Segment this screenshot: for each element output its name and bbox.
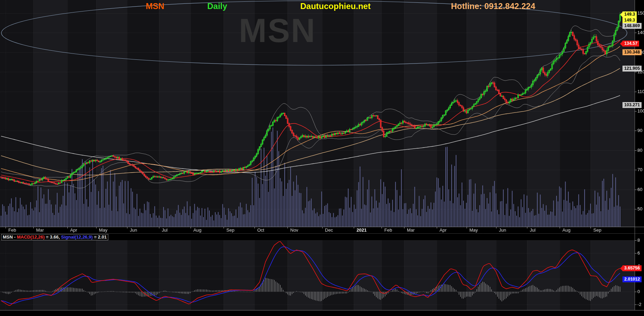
current-value-tag: 130.348 <box>622 49 642 55</box>
x-axis-month-label: Sep <box>593 227 601 233</box>
x-axis-month-label: Jun <box>499 227 506 233</box>
x-axis-month-label: Aug <box>562 227 570 233</box>
macd-tick-label: 8 <box>637 238 640 243</box>
current-value-tag: 134.57 <box>622 41 639 47</box>
x-axis-month-label: May <box>99 227 108 233</box>
price-tick-label: 100 <box>637 108 644 114</box>
price-tick-label: 50 <box>637 206 642 211</box>
x-axis-month-label: Apr <box>70 227 77 233</box>
signal-name: Signal(12,26,9) <box>60 234 93 240</box>
macd-value: = 3.66, <box>45 234 60 240</box>
tag-arrow-icon <box>620 41 622 46</box>
x-axis-month-label: Sep <box>226 227 234 233</box>
x-axis-month-label: Jul <box>162 227 168 233</box>
current-value-tag: 148.869 <box>622 23 642 29</box>
x-axis-month-label: Mar <box>407 227 415 233</box>
price-chart-canvas[interactable] <box>0 0 644 316</box>
trading-chart-app: MSN MSN Daily Dautucophieu.net Hotline: … <box>0 0 644 316</box>
price-tick-label: 150 <box>637 10 644 16</box>
x-axis-month-label: Dec <box>325 227 333 233</box>
x-axis-month-label: Aug <box>193 227 201 233</box>
macd-name: MACD(12,26) <box>17 234 44 240</box>
x-axis-month-label: 2021 <box>357 227 367 233</box>
current-value-tag: 121.905 <box>622 66 642 72</box>
x-axis-month-label: Feb <box>384 227 392 233</box>
x-axis-month-label: Apr <box>440 227 446 233</box>
price-tick-label: 60 <box>637 187 642 192</box>
current-value-tag: 3.65756 <box>622 265 642 271</box>
x-axis-month-label: Jul <box>530 227 536 233</box>
x-axis-month-label: Oct <box>257 227 264 233</box>
x-axis-month-label: Mar <box>36 227 44 233</box>
tag-arrow-icon <box>620 12 622 17</box>
x-axis-month-label: May <box>469 227 478 233</box>
signal-value: = 2.01 <box>93 234 107 240</box>
current-value-tag: 103.271 <box>622 102 642 108</box>
x-axis-month-label: Nov <box>290 227 298 233</box>
x-axis-month-label: Jun <box>130 227 137 233</box>
price-tick-label: 140 <box>637 30 644 35</box>
macd-tick-label: 6 <box>637 250 640 256</box>
current-value-tag: 149.3 <box>622 11 637 17</box>
price-tick-label: 110 <box>637 89 644 94</box>
price-tick-label: 70 <box>637 167 642 172</box>
price-tick-label: 90 <box>637 128 642 133</box>
x-axis-month-label: Feb <box>8 227 16 233</box>
current-value-tag: 2.01012 <box>622 276 642 282</box>
current-value-tag: 149.3 <box>622 17 637 23</box>
macd-tick-label: 0 <box>637 289 640 294</box>
price-tick-label: 80 <box>637 148 642 153</box>
macd-indicator-legend: MSN - MACD(12,26) = 3.66, Signal(12,26,9… <box>1 234 108 240</box>
tag-arrow-icon <box>620 266 622 271</box>
macd-tick-label: -2 <box>637 302 642 307</box>
macd-legend-prefix: MSN - <box>3 234 17 240</box>
